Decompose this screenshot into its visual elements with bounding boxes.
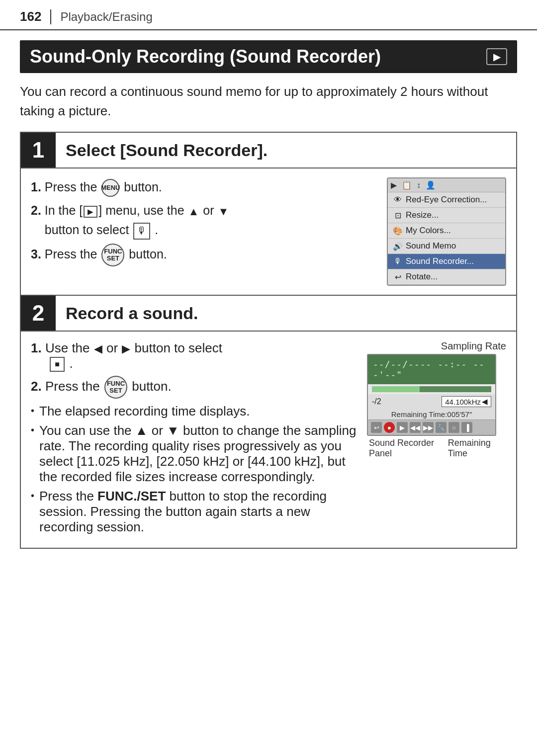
section-label: Playback/Erasing	[60, 10, 152, 24]
menu-item-rotate-label: Rotate...	[406, 272, 438, 282]
menu-item-resize-label: Resize...	[406, 210, 439, 220]
bullet-2: • You can use the ▲ or ▼ button to chang…	[31, 423, 357, 485]
recorder-khz-box: 44.100kHz ◀	[442, 396, 491, 407]
section-2-header: 2 Record a sound.	[21, 296, 516, 332]
record-icon: ■	[50, 357, 65, 372]
recorder-khz-value: 44.100kHz	[445, 398, 481, 406]
section-1-number: 1	[21, 133, 56, 168]
intro-text: You can record a continuous sound memo f…	[20, 82, 517, 121]
recorder-panel-area: Sampling Rate --/--/---- --:-- ---'--" -…	[367, 340, 506, 459]
step-2-num: 2.	[31, 203, 41, 217]
fastfwd-ctrl-btn: ▶▶	[423, 422, 434, 433]
right-arrow: ▶	[122, 342, 130, 355]
step-3-num: 3.	[31, 247, 41, 261]
up-arrow: ▲	[188, 205, 199, 218]
section-2: 2 Record a sound. 1. Use the ◀ or ▶ butt…	[20, 296, 517, 549]
step-1-button-label: button.	[124, 180, 162, 194]
bullets-container: • The elapsed recording time displays. •…	[31, 404, 357, 535]
step-1-press-label: Press the	[45, 180, 101, 194]
menu-item-soundrecorder-label: Sound Recorder...	[406, 256, 474, 266]
soundmemo-icon: 🔊	[393, 242, 403, 251]
section-2-body: 1. Use the ◀ or ▶ button to select ■ . 2…	[21, 332, 516, 548]
menu-item-mycolors: 🎨 My Colors...	[388, 223, 505, 239]
menu-mockup: ▶ 📋 ↕ 👤 👁 Red-Eye Correction... ⊡ Resize…	[387, 177, 506, 286]
header-divider	[50, 9, 51, 24]
recorder-remaining: Remaining Time:005'57"	[368, 409, 495, 420]
menu-item-soundmemo: 🔊 Sound Memo	[388, 239, 505, 254]
step-2: 2. In the [▶] menu, use the ▲ or ▼ butto…	[31, 201, 375, 240]
s2-step-2: 2. Press the FUNCSET button.	[31, 376, 357, 399]
recorder-info-row: -/2 44.100kHz ◀	[368, 394, 495, 409]
playback-menu-icon: ▶	[84, 206, 97, 218]
bullet-dot-1: •	[31, 405, 34, 417]
recorder-khz-arrow: ◀	[482, 397, 488, 406]
bullet-3-text: Press the FUNC./SET button to stop the r…	[39, 489, 357, 535]
section-1-header: 1 Select [Sound Recorder].	[21, 133, 516, 168]
bullet-dot-2: •	[31, 424, 34, 436]
section-2-content: 1. Use the ◀ or ▶ button to select ■ . 2…	[31, 340, 357, 539]
recorder-progress-bar	[372, 386, 491, 392]
step-2-text: In the [	[45, 203, 83, 217]
recorder-counter: -/2	[372, 397, 381, 406]
end-ctrl-btn: ▐	[461, 422, 472, 433]
section-1-content: 1. Press the MENU button. 2. In the [▶] …	[31, 177, 375, 270]
recorder-progress-fill	[372, 386, 420, 392]
recorder-controls: ↩ ● ▶ ◀◀ ▶▶ 🔧 ○ ▐	[368, 420, 495, 435]
menu-tab-2: 📋	[402, 180, 412, 190]
page-number: 162	[20, 9, 41, 24]
menu-tab-3: ↕	[417, 181, 421, 190]
redeye-icon: 👁	[393, 195, 403, 204]
menu-items-list: 👁 Red-Eye Correction... ⊡ Resize... 🎨 My…	[388, 192, 505, 285]
menu-tab-play: ▶	[391, 180, 397, 190]
menu-item-redeye: 👁 Red-Eye Correction...	[388, 192, 505, 208]
recorder-remaining-text: Remaining Time:005'57"	[391, 410, 472, 419]
sound-recorder-panel-label: Sound Recorder Panel	[369, 438, 448, 459]
bullet-1-text: The elapsed recording time displays.	[39, 404, 357, 419]
menu-button-icon: MENU	[101, 179, 119, 197]
bullet-dot-3: •	[31, 490, 34, 502]
play-ctrl-btn: ▶	[397, 422, 408, 433]
section-1: 1 Select [Sound Recorder]. 1. Press the …	[20, 132, 517, 296]
recorder-mockup: --/--/---- --:-- ---'--" -/2 44.100kHz ◀…	[367, 354, 496, 436]
bullet-3: • Press the FUNC./SET button to stop the…	[31, 489, 357, 535]
mycolors-icon: 🎨	[393, 226, 403, 236]
menu-item-mycolors-label: My Colors...	[406, 226, 451, 236]
sampling-rate-label: Sampling Rate	[367, 340, 506, 352]
extra-ctrl-btn: 🔧	[436, 422, 447, 433]
resize-icon: ⊡	[393, 211, 403, 220]
menu-tab-4: 👤	[426, 180, 436, 190]
playback-icon: ▶	[486, 48, 507, 65]
menu-item-redeye-label: Red-Eye Correction...	[406, 195, 487, 205]
left-arrow: ◀	[94, 342, 102, 355]
section-2-title: Record a sound.	[56, 299, 208, 328]
recorder-display: --/--/---- --:-- ---'--"	[368, 355, 495, 384]
func-set-button-icon: FUNCSET	[101, 244, 124, 266]
s2-step-1-num: 1.	[31, 340, 42, 355]
step-3: 3. Press the FUNCSET button.	[31, 244, 375, 266]
menu-item-resize: ⊡ Resize...	[388, 208, 505, 223]
page-header: 162 Playback/Erasing	[0, 0, 537, 30]
title-bar: Sound-Only Recording (Sound Recorder) ▶	[20, 40, 517, 73]
step-1-num: 1.	[31, 180, 41, 194]
remaining-time-label: Remaining Time	[448, 438, 504, 459]
recorder-display-text: --/--/---- --:-- ---'--"	[373, 359, 485, 380]
step-1: 1. Press the MENU button.	[31, 177, 375, 197]
section-1-title: Select [Sound Recorder].	[56, 136, 277, 165]
mic-icon: 🎙	[133, 223, 150, 240]
s2-step-2-num: 2.	[31, 379, 42, 394]
record-ctrl-btn: ●	[384, 422, 395, 433]
menu-item-soundrecorder: 🎙 Sound Recorder...	[388, 254, 505, 269]
off-ctrl-btn: ○	[448, 422, 459, 433]
rotate-icon: ↩	[393, 272, 403, 282]
menu-item-soundmemo-label: Sound Memo	[406, 241, 456, 251]
bullet-1: • The elapsed recording time displays.	[31, 404, 357, 419]
down-arrow: ▼	[218, 205, 229, 218]
section-2-number: 2	[21, 296, 56, 331]
rewind-ctrl-btn: ◀◀	[410, 422, 421, 433]
func-set-button-icon-2: FUNCSET	[104, 376, 127, 399]
panel-labels: Sound Recorder Panel Remaining Time	[367, 438, 506, 459]
undo-ctrl-btn: ↩	[371, 422, 382, 433]
section-1-body: 1. Press the MENU button. 2. In the [▶] …	[21, 168, 516, 295]
menu-item-rotate: ↩ Rotate...	[388, 269, 505, 285]
s2-step-1: 1. Use the ◀ or ▶ button to select ■ .	[31, 340, 357, 372]
